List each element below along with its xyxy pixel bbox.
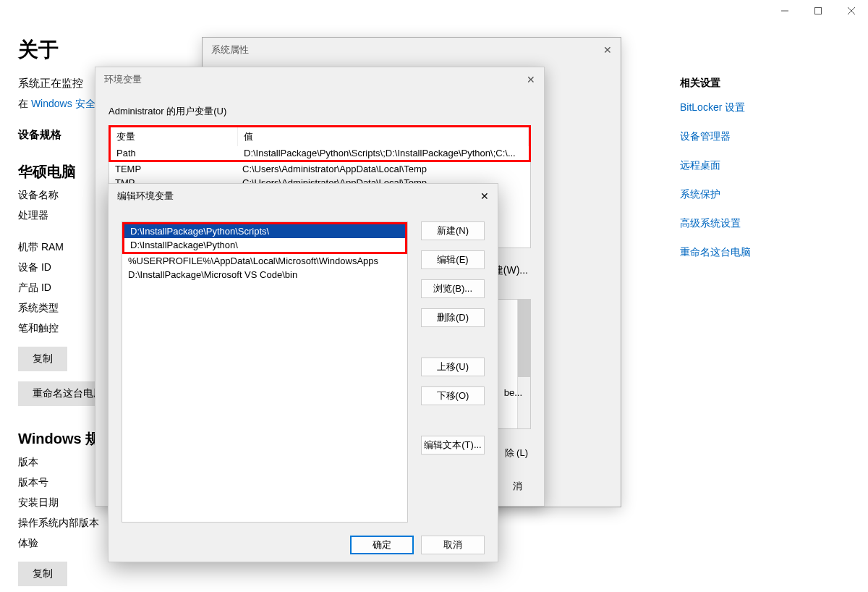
env-new-button-partial[interactable]: 建(W)... <box>493 264 528 277</box>
cell-name: Path <box>111 146 238 160</box>
security-link-pre: 在 <box>18 98 31 109</box>
new-button[interactable]: 新建(N) <box>421 221 485 240</box>
windows-security-link[interactable]: Windows 安全 <box>31 98 95 109</box>
sysprop-titlebar[interactable]: 系统属性 ✕ <box>203 38 621 62</box>
svg-rect-1 <box>815 8 822 14</box>
edit-button[interactable]: 编辑(E) <box>421 250 485 269</box>
sysprop-close-icon[interactable]: ✕ <box>603 44 612 56</box>
scroll-thumb[interactable] <box>518 300 530 377</box>
link-system-protection[interactable]: 系统保护 <box>680 188 751 201</box>
sysprop-title: 系统属性 <box>211 43 249 56</box>
minimize-button[interactable] <box>768 0 801 22</box>
copy-button-1[interactable]: 复制 <box>18 347 67 371</box>
copy-button-2[interactable]: 复制 <box>18 562 67 586</box>
env-titlebar[interactable]: 环境变量 ✕ <box>95 67 544 92</box>
env-cancel-partial[interactable]: 消 <box>513 480 522 493</box>
related-heading: 相关设置 <box>680 77 751 90</box>
close-button[interactable] <box>835 0 868 22</box>
edit-title: 编辑环境变量 <box>117 190 174 203</box>
edit-close-icon[interactable]: ✕ <box>480 190 489 202</box>
delete-button[interactable]: 删除(D) <box>421 308 485 327</box>
ok-button[interactable]: 确定 <box>350 536 414 554</box>
edit-titlebar[interactable]: 编辑环境变量 ✕ <box>109 184 498 208</box>
edit-env-var-dialog: 编辑环境变量 ✕ D:\InstallPackage\Python\Script… <box>108 183 498 562</box>
cancel-button[interactable]: 取消 <box>421 536 485 554</box>
cell-value: C:\Users\Administrator\AppData\Local\Tem… <box>237 162 530 176</box>
path-entries-list[interactable]: D:\InstallPackage\Python\Scripts\ D:\Ins… <box>122 221 408 523</box>
link-device-manager[interactable]: 设备管理器 <box>680 130 751 143</box>
user-vars-label: Administrator 的用户变量(U) <box>109 105 531 118</box>
cell-value: D:\InstallPackage\Python\Scripts\;D:\Ins… <box>238 146 529 160</box>
path-entry-selected[interactable]: D:\InstallPackage\Python\Scripts\ <box>124 224 405 238</box>
scrollbar[interactable] <box>517 300 530 428</box>
link-bitlocker[interactable]: BitLocker 设置 <box>680 101 751 114</box>
col-value[interactable]: 值 <box>238 127 529 146</box>
path-entry[interactable]: D:\InstallPackage\Python\ <box>124 238 405 252</box>
move-down-button[interactable]: 下移(O) <box>421 386 485 405</box>
maximize-button[interactable] <box>801 0 835 22</box>
edit-text-button[interactable]: 编辑文本(T)... <box>421 436 485 454</box>
link-rename-pc[interactable]: 重命名这台电脑 <box>680 246 751 259</box>
user-var-row-temp[interactable]: TEMP C:\Users\Administrator\AppData\Loca… <box>109 162 530 176</box>
related-settings: 相关设置 BitLocker 设置 设备管理器 远程桌面 系统保护 高级系统设置… <box>680 77 751 275</box>
col-name[interactable]: 变量 <box>111 127 238 146</box>
sys-be-partial: be... <box>504 387 522 398</box>
link-advanced-system[interactable]: 高级系统设置 <box>680 217 751 230</box>
cell-name: TEMP <box>109 162 237 176</box>
env-delete-button-partial[interactable]: 除 (L) <box>505 447 529 460</box>
user-vars-table[interactable]: 变量 值 Path D:\InstallPackage\Python\Scrip… <box>109 125 531 162</box>
browse-button[interactable]: 浏览(B)... <box>421 279 485 298</box>
env-title: 环境变量 <box>104 73 142 86</box>
path-entry[interactable]: %USERPROFILE%\AppData\Local\Microsoft\Wi… <box>122 254 407 268</box>
window-controls <box>768 0 868 22</box>
move-up-button[interactable]: 上移(U) <box>421 358 485 376</box>
user-vars-header: 变量 值 <box>111 127 529 146</box>
user-var-row-path[interactable]: Path D:\InstallPackage\Python\Scripts\;D… <box>111 146 529 160</box>
link-remote-desktop[interactable]: 远程桌面 <box>680 159 751 172</box>
path-entry[interactable]: D:\InstallPackage\Microsoft VS Code\bin <box>122 268 407 282</box>
env-close-icon[interactable]: ✕ <box>527 74 535 85</box>
